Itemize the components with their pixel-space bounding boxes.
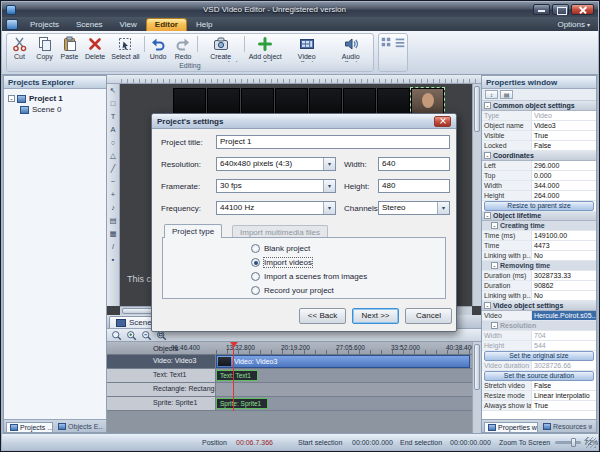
minimize-button[interactable]: [533, 4, 550, 15]
property-value[interactable]: 344.000: [532, 181, 596, 190]
set-the-original-size-button[interactable]: Set the original size: [484, 351, 594, 361]
app-menu-icon[interactable]: [6, 19, 18, 30]
property-value[interactable]: 4473: [532, 241, 596, 250]
preview-frame[interactable]: [411, 88, 444, 116]
ribbon-button-redo[interactable]: Redo: [171, 34, 196, 62]
chevron-down-icon[interactable]: ▾: [323, 158, 335, 170]
next-button[interactable]: Next >>: [352, 308, 399, 324]
zoom-to-screen-label[interactable]: Zoom To Screen: [499, 439, 550, 446]
triangle-tool-icon[interactable]: △: [108, 151, 119, 161]
property-value[interactable]: 3028733.33: [532, 271, 596, 280]
property-group-resolution[interactable]: -Resolution: [482, 321, 596, 331]
ribbon-button-undo[interactable]: Undo: [146, 34, 171, 62]
chevron-down-icon[interactable]: ▾: [437, 202, 449, 214]
property-value[interactable]: Video: [532, 111, 596, 120]
property-group-creating-time[interactable]: -Creating time: [482, 221, 596, 231]
property-group-object-lifetime[interactable]: -Object lifetime: [482, 211, 596, 221]
ribbon-button-select-all[interactable]: Select all: [108, 34, 142, 62]
pencil-tool-icon[interactable]: /: [108, 242, 119, 252]
property-value[interactable]: True: [532, 401, 596, 410]
tab-project-type[interactable]: Project type: [164, 224, 222, 238]
canvas-vertical-scrollbar[interactable]: [472, 84, 481, 306]
timeline-clip[interactable]: Text: Text1: [216, 370, 258, 381]
timeline-header[interactable]: Objects 06:46.40013:32.80020:19.20027:05…: [107, 342, 472, 355]
dialog-title-bar[interactable]: Project's settings: [152, 114, 456, 129]
timeline-row-label[interactable]: Rectangle: Rectangle1: [107, 383, 216, 396]
maximize-button[interactable]: [552, 4, 569, 15]
resize-grip[interactable]: [585, 437, 596, 448]
categorize-icon[interactable]: ▤: [500, 90, 513, 99]
ribbon-button-create-screenshot[interactable]: Create screenshot: [199, 34, 243, 62]
chart-tool-icon[interactable]: ▤: [108, 216, 119, 226]
line-tool-icon[interactable]: ╱: [108, 164, 119, 174]
cancel-button[interactable]: Cancel: [405, 308, 452, 324]
text-tool-icon[interactable]: T: [108, 112, 119, 122]
set-the-source-duration-button[interactable]: Set the source duration: [484, 371, 594, 381]
timeline-track[interactable]: Video: Video3: [216, 355, 472, 368]
ribbon-button-add-object[interactable]: Add object▾: [246, 34, 285, 62]
property-value[interactable]: False: [532, 381, 596, 390]
radio-import-videos[interactable]: Import videos: [251, 257, 312, 268]
sort-alphabetical-icon[interactable]: ↕: [485, 90, 498, 99]
timeline-row-label[interactable]: Text: Text1: [107, 369, 216, 382]
frequency-select[interactable]: 44100 Hz▾: [216, 201, 336, 215]
property-value[interactable]: No: [532, 291, 596, 300]
property-value[interactable]: Linear interpolatio: [532, 391, 596, 400]
add-object-tool-icon[interactable]: +: [108, 190, 119, 200]
timeline-track[interactable]: Sprite: Sprite1: [216, 397, 472, 410]
height-input[interactable]: 480: [378, 179, 450, 193]
property-group-removing-time[interactable]: -Removing time: [482, 261, 596, 271]
property-group-common-object-settings[interactable]: -Common object settings: [482, 101, 596, 111]
timeline-clip[interactable]: Sprite: Sprite1: [216, 398, 268, 409]
rect-select-tool-icon[interactable]: □: [108, 99, 119, 109]
timeline-row-label[interactable]: Sprite: Sprite1: [107, 397, 216, 410]
audio-tool-icon[interactable]: ♪: [108, 203, 119, 213]
width-input[interactable]: 640: [378, 157, 450, 171]
property-value[interactable]: Hercule.Poirot.s05...: [532, 311, 596, 320]
tree-item-project-1[interactable]: -Project 1: [6, 93, 104, 104]
zoom-slider[interactable]: [555, 441, 581, 444]
tab-objects-e[interactable]: Objects E...: [54, 421, 104, 432]
caption-tool-icon[interactable]: A: [108, 125, 119, 135]
preview-frame[interactable]: [275, 88, 308, 116]
ribbon-button-cut[interactable]: Cut: [7, 34, 32, 62]
preview-frame[interactable]: [241, 88, 274, 116]
framerate-select[interactable]: 30 fps▾: [216, 179, 336, 193]
ribbon-button-delete[interactable]: Delete: [82, 34, 108, 62]
property-value[interactable]: 264.000: [532, 191, 596, 200]
property-value[interactable]: 3028726.66: [532, 361, 596, 370]
extra-grid-button[interactable]: [379, 34, 393, 62]
property-group-video-object-settings[interactable]: -Video object settings: [482, 301, 596, 311]
preview-frame[interactable]: [207, 88, 240, 116]
radio-record-your-project[interactable]: Record your project: [251, 285, 334, 296]
pointer-tool-icon[interactable]: ↖: [108, 86, 119, 96]
magnifier-plus-icon[interactable]: [125, 330, 138, 341]
magnifier-icon[interactable]: [110, 330, 123, 341]
close-button[interactable]: [571, 4, 594, 15]
ribbon-button-copy[interactable]: Copy: [32, 34, 57, 62]
resolution-select[interactable]: 640x480 pixels (4:3)▾: [216, 157, 336, 171]
ribbon-button-video-effects[interactable]: Video effects▾: [285, 34, 329, 62]
preview-frame[interactable]: [173, 88, 206, 116]
property-value[interactable]: 149100.00: [532, 231, 596, 240]
chevron-down-icon[interactable]: ▾: [323, 202, 335, 214]
ellipse-tool-icon[interactable]: ○: [108, 138, 119, 148]
timeline-track[interactable]: [216, 383, 472, 396]
resize-to-parent-size-button[interactable]: Resize to parent size: [484, 201, 594, 211]
menu-tab-help[interactable]: Help: [188, 19, 220, 31]
timeline-row-label[interactable]: Video: Video3: [107, 355, 216, 368]
preview-frame[interactable]: [377, 88, 410, 116]
radio-blank-project[interactable]: Blank project: [251, 243, 310, 254]
pattern-tool-icon[interactable]: ▦: [108, 229, 119, 239]
property-value[interactable]: 90862: [532, 281, 596, 290]
back-button[interactable]: << Back: [299, 308, 346, 324]
ribbon-button-audio-effects[interactable]: Audio effects▾: [329, 34, 373, 62]
property-value[interactable]: True: [532, 131, 596, 140]
tab-properties-wi[interactable]: Properties wi...: [484, 422, 538, 432]
property-value[interactable]: Video3: [532, 121, 596, 130]
property-value[interactable]: 0.000: [532, 171, 596, 180]
radio-import-a-scenes-from-images[interactable]: Import a scenes from images: [251, 271, 367, 282]
options-button[interactable]: Options▾: [553, 19, 594, 31]
tab-resources-wi[interactable]: Resources wi...: [539, 421, 593, 432]
preview-frame[interactable]: [309, 88, 342, 116]
